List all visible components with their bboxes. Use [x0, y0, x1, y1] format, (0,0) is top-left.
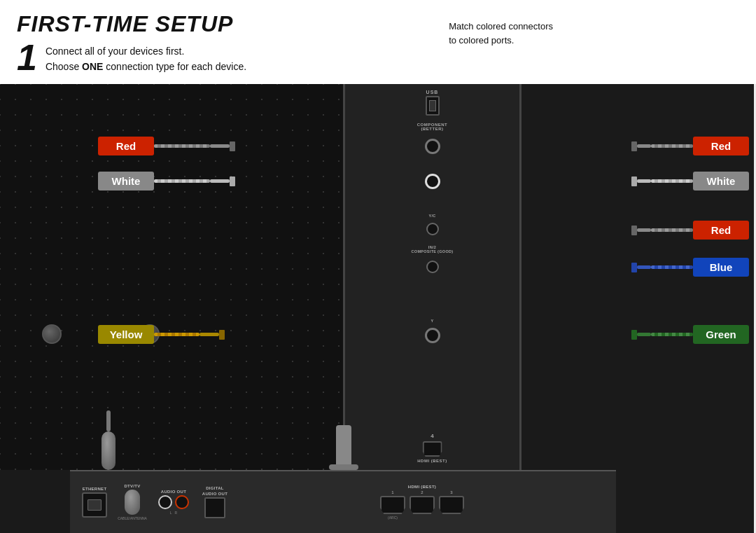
hdmi-port-label: HDMI (BEST)	[408, 485, 436, 489]
tv-screw-1	[42, 324, 62, 344]
left-connector-white: White	[98, 172, 235, 191]
hdmi-port-3[interactable]	[439, 496, 464, 514]
audio-rca-group	[158, 495, 189, 509]
usb-label: USB	[426, 90, 439, 95]
cable-tip-right-green	[631, 330, 637, 340]
digital-label: DIGITAL	[206, 486, 224, 490]
hdmi-1-arc: (ARC)	[388, 515, 398, 520]
red-label-right1: Red	[693, 137, 749, 155]
cable-end-red	[210, 144, 230, 148]
hdmi-1-num: 1	[391, 490, 393, 494]
ethernet-icon	[88, 499, 102, 511]
cable-mid-right-blue	[637, 265, 651, 269]
digital-label2: AUDIO OUT	[202, 492, 227, 496]
port-group-digital: DIGITAL AUDIO OUT	[197, 486, 232, 518]
composite-y2-label: Y	[431, 319, 434, 323]
composite-port-2[interactable]	[426, 261, 439, 273]
component-port-red[interactable]	[425, 139, 440, 154]
right-connector-red2: Red	[631, 221, 749, 240]
hdmi-port-1[interactable]	[380, 496, 405, 514]
main-layout: USB COMPONENT (BETTER) Y/C IN/2COMPOSITE…	[0, 84, 756, 533]
composite-label-good: IN/2COMPOSITE (GOOD)	[412, 245, 454, 254]
coax-antenna	[102, 410, 115, 470]
port-group-dtv: DTV/TV CABLE/ANTENNA	[115, 484, 150, 520]
cable-end-white	[210, 179, 230, 183]
hdmi-port-2[interactable]	[410, 496, 435, 514]
hdmi-ports-row: 1 (ARC) 2 3	[380, 490, 464, 520]
left-connector-red: Red	[98, 137, 235, 155]
page-title: FIRST-TIME SETUP	[17, 13, 739, 35]
composite-port-1[interactable]	[426, 223, 439, 235]
coax-wire-top	[106, 410, 111, 431]
audio-out-label: AUDIO OUT	[161, 490, 186, 494]
cable-antenna-label: CABLE/ANTENNA	[118, 516, 147, 520]
cable-tip-right-blue	[631, 263, 637, 272]
cable-tip-right-white	[631, 176, 637, 186]
red-label-left: Red	[98, 137, 154, 155]
hdmi-section-center: 4 HDMI (BEST)	[417, 433, 447, 463]
cable-end-yellow	[200, 333, 219, 336]
port-group-hdmi: HDMI (BEST) 1 (ARC) 2 3	[235, 485, 609, 520]
right-connector-white: White	[631, 172, 749, 191]
hdmi-cable-vertical	[336, 425, 351, 467]
white-cable-left	[154, 179, 210, 183]
cable-tip-red	[230, 141, 235, 151]
hdmi-port-center[interactable]	[423, 441, 442, 457]
hdmi-port-1-group: 1 (ARC)	[380, 490, 405, 520]
instruction-prefix: Choose	[46, 61, 82, 72]
cable-mid-right-white	[637, 179, 651, 183]
center-port-panel: USB COMPONENT (BETTER) Y/C IN/2COMPOSITE…	[343, 84, 522, 470]
step-row: 1 Connect all of your devices first. Cho…	[17, 39, 739, 76]
cable-right-red2	[651, 228, 693, 232]
cable-right-blue	[651, 265, 693, 269]
coax-head	[102, 431, 115, 470]
component-port-white[interactable]	[425, 174, 440, 189]
hdmi-cable-area	[329, 425, 358, 470]
header-bar: FIRST-TIME SETUP 1 Connect all of your d…	[0, 0, 756, 84]
composite-port-y[interactable]	[425, 328, 440, 343]
composite-y-label: Y/C	[428, 214, 435, 218]
cable-mid-right-green	[637, 333, 651, 336]
usb-inner	[429, 100, 436, 111]
hdmi-port-3-group: 3	[439, 490, 464, 520]
cable-mid-right-red1	[637, 144, 651, 148]
digital-port[interactable]	[204, 497, 225, 518]
ethernet-label: ETHERNET	[83, 487, 107, 491]
hdmi-3-num: 3	[450, 490, 452, 494]
step-number: 1	[17, 39, 37, 76]
red-label-right2: Red	[693, 221, 749, 240]
usb-section: USB	[426, 90, 440, 116]
cable-tip-right-red2	[631, 226, 637, 235]
cable-tip-right-red1	[631, 141, 637, 151]
hdmi-2-num: 2	[421, 490, 423, 494]
white-label-right: White	[693, 172, 749, 191]
hdmi-number-label: 4	[430, 433, 433, 439]
yellow-cable-left	[154, 333, 200, 336]
hdmi-port-2-group: 2	[410, 490, 435, 520]
right-connector-green: Green	[631, 325, 749, 344]
usb-port[interactable]	[426, 96, 440, 116]
hdmi-best-label-center: HDMI (BEST)	[417, 459, 447, 463]
cable-tip-white	[230, 176, 235, 186]
cable-tip-yellow	[219, 330, 225, 340]
instruction-line1: Connect all of your devices first.	[46, 46, 184, 57]
red-cable-left	[154, 144, 210, 148]
audio-lr-label: L R	[170, 511, 177, 515]
cable-right-red1	[651, 144, 693, 148]
yellow-label-left: Yellow	[98, 325, 154, 344]
dtv-label: DTV/TV	[124, 484, 140, 488]
white-label-left: White	[98, 172, 154, 191]
instruction-suffix: connection type for each device.	[103, 61, 246, 72]
match-text: Match colored connectors to colored port…	[449, 20, 553, 47]
ethernet-port[interactable]	[82, 492, 107, 518]
right-connector-blue: Blue	[631, 258, 749, 277]
green-label-right: Green	[693, 325, 749, 344]
cable-right-green	[651, 333, 693, 336]
left-connector-yellow: Yellow	[98, 325, 225, 344]
port-group-audio: AUDIO OUT L R	[153, 490, 195, 515]
audio-rca-r[interactable]	[175, 495, 189, 509]
antenna-port[interactable]	[125, 490, 140, 515]
cable-right-white	[651, 179, 693, 183]
audio-rca-l[interactable]	[158, 495, 172, 509]
step-text: Connect all of your devices first. Choos…	[46, 39, 246, 75]
